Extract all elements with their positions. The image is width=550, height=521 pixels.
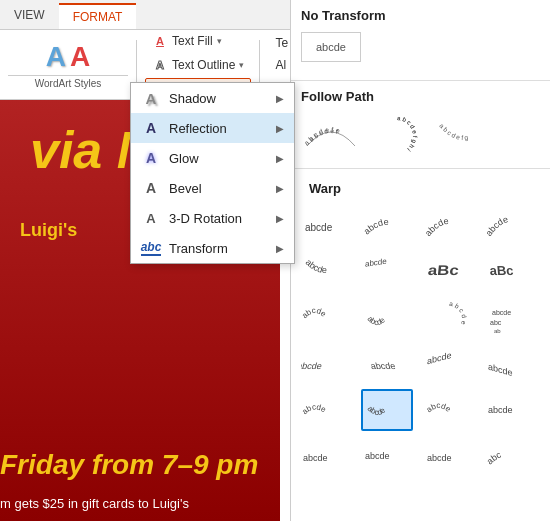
svg-text:a b c d e f g: a b c d e f g xyxy=(438,122,469,142)
slide-date: Friday from 7–9 pm xyxy=(0,449,258,481)
al-label: Al xyxy=(275,58,286,72)
reflection-arrow: ▶ xyxy=(276,123,284,134)
follow-path-arc-down[interactable]: a b c d e f g xyxy=(433,113,493,158)
warp-item-24[interactable]: abc xyxy=(484,435,536,477)
menu-reflection-label: Reflection xyxy=(169,121,227,136)
svg-text:abcde: abcde xyxy=(488,405,513,415)
warp-grid: abcde abcde abcde abcde xyxy=(299,201,542,481)
warp-item-13[interactable]: abcde xyxy=(299,343,351,385)
warp-item-8[interactable]: aBc xyxy=(484,251,536,293)
warp-item-1[interactable]: abcde xyxy=(299,205,351,247)
transform-abc-label: abc xyxy=(141,240,162,256)
svg-text:abcde: abcde xyxy=(303,453,328,463)
glow-icon: A xyxy=(141,148,161,168)
svg-text:a b c d e: a b c d e xyxy=(448,300,467,326)
warp-item-23[interactable]: abcde xyxy=(423,435,475,477)
warp-item-22[interactable]: abcde xyxy=(361,435,413,477)
menu-3d-rotation[interactable]: A 3-D Rotation ▶ xyxy=(131,203,294,233)
svg-text:abcde: abcde xyxy=(305,222,333,233)
svg-text:abcde: abcde xyxy=(366,404,388,417)
warp-item-21[interactable]: abcde xyxy=(299,435,351,477)
svg-text:abcde: abcde xyxy=(301,306,328,320)
svg-text:abcde: abcde xyxy=(363,217,389,236)
menu-transform[interactable]: abc Transform ▶ xyxy=(131,233,294,263)
warp-item-2[interactable]: abcde xyxy=(361,205,413,247)
svg-text:abcde: abcde xyxy=(488,362,513,378)
warp-item-15[interactable]: abcde xyxy=(423,343,475,385)
warp-item-14[interactable]: abcde xyxy=(361,343,413,385)
warp-panel: No Transform abcde Follow Path a b c d e… xyxy=(290,0,550,521)
menu-reflection[interactable]: A Reflection ▶ xyxy=(131,113,294,143)
text-fill-arrow: ▾ xyxy=(217,36,222,46)
menu-shadow[interactable]: A Shadow ▶ xyxy=(131,83,294,113)
svg-text:abcde: abcde xyxy=(365,257,387,269)
warp-item-19[interactable]: abcde xyxy=(423,389,475,431)
reflection-icon: A xyxy=(141,118,161,138)
transform-arrow: ▶ xyxy=(276,243,284,254)
text-outline-button[interactable]: A Text Outline ▾ xyxy=(145,54,251,76)
warp-item-20[interactable]: abcde xyxy=(484,389,536,431)
svg-text:aBc: aBc xyxy=(427,262,460,277)
svg-text:abcde: abcde xyxy=(425,401,453,414)
warp-title: Warp xyxy=(299,173,542,201)
text-fill-label: Text Fill xyxy=(172,34,213,48)
glow-arrow: ▶ xyxy=(276,153,284,164)
follow-path-circle[interactable]: a b c d e f g h i a b c d e f g h i xyxy=(367,113,427,158)
follow-path-arc-up[interactable]: a b c d e f e a b c d e f xyxy=(301,113,361,158)
bevel-arrow: ▶ xyxy=(276,183,284,194)
warp-item-17[interactable]: abcde xyxy=(299,389,351,431)
no-transform-box: abcde xyxy=(301,32,361,62)
svg-text:abcde: abcde xyxy=(304,257,327,275)
no-transform-section: No Transform abcde xyxy=(291,0,550,81)
warp-item-12[interactable]: abcde abc ab xyxy=(484,297,536,339)
svg-text:abcde: abcde xyxy=(365,314,387,327)
wordart-sample-2: A xyxy=(70,41,90,73)
wordart-samples: A A xyxy=(46,41,90,73)
svg-text:abcde: abcde xyxy=(301,402,328,416)
warp-item-10[interactable]: abcde xyxy=(361,297,413,339)
3d-rotation-icon: A xyxy=(141,208,161,228)
menu-3d-rotation-label: 3-D Rotation xyxy=(169,211,242,226)
wordart-sample-1: A xyxy=(46,41,66,73)
no-transform-text: abcde xyxy=(316,41,346,53)
warp-item-5[interactable]: abcde xyxy=(299,251,351,293)
no-transform-title: No Transform xyxy=(291,0,550,28)
svg-text:abcde: abcde xyxy=(301,361,323,371)
warp-item-11[interactable]: a b c d e xyxy=(423,297,475,339)
warp-item-3[interactable]: abcde xyxy=(423,205,475,247)
text-fill-button[interactable]: A Text Fill ▾ xyxy=(145,30,251,52)
tab-view[interactable]: VIEW xyxy=(0,3,59,27)
svg-text:abcde: abcde xyxy=(369,361,396,371)
no-transform-item[interactable]: abcde xyxy=(291,28,550,70)
warp-item-16[interactable]: abcde xyxy=(484,343,536,385)
menu-transform-label: Transform xyxy=(169,241,228,256)
svg-text:abcde: abcde xyxy=(492,309,511,316)
slide-subtitle: Luigi's xyxy=(20,220,77,241)
menu-bevel-label: Bevel xyxy=(169,181,202,196)
menu-glow[interactable]: A Glow ▶ xyxy=(131,143,294,173)
svg-text:a b c d e f g h i: a b c d e f g h i xyxy=(397,116,418,152)
svg-text:abc: abc xyxy=(486,449,503,466)
text-outline-arrow: ▾ xyxy=(239,60,244,70)
svg-text:ab: ab xyxy=(494,328,501,334)
svg-text:abc: abc xyxy=(490,319,502,326)
warp-item-6[interactable]: abcde xyxy=(361,251,413,293)
warp-item-9[interactable]: abcde xyxy=(299,297,351,339)
warp-item-7[interactable]: aBc xyxy=(423,251,475,293)
warp-grid-section: Warp abcde abcde abcde xyxy=(291,173,550,486)
warp-item-4[interactable]: abcde xyxy=(484,205,536,247)
shadow-arrow: ▶ xyxy=(276,93,284,104)
text-outline-label: Text Outline xyxy=(172,58,235,72)
svg-text:abcde: abcde xyxy=(365,451,390,461)
te-label: Te xyxy=(275,36,288,50)
text-effects-menu: A Shadow ▶ A Reflection ▶ A Glow ▶ A Bev… xyxy=(130,82,295,264)
menu-shadow-label: Shadow xyxy=(169,91,216,106)
warp-item-18-selected[interactable]: abcde xyxy=(361,389,413,431)
slide-body: m gets $25 in gift cards to Luigi's xyxy=(0,496,189,511)
tab-format[interactable]: FORMAT xyxy=(59,3,137,29)
menu-bevel[interactable]: A Bevel ▶ xyxy=(131,173,294,203)
svg-text:abcde: abcde xyxy=(425,216,449,238)
menu-glow-label: Glow xyxy=(169,151,199,166)
text-outline-icon: A xyxy=(152,57,168,73)
svg-text:abcde: abcde xyxy=(427,350,452,366)
